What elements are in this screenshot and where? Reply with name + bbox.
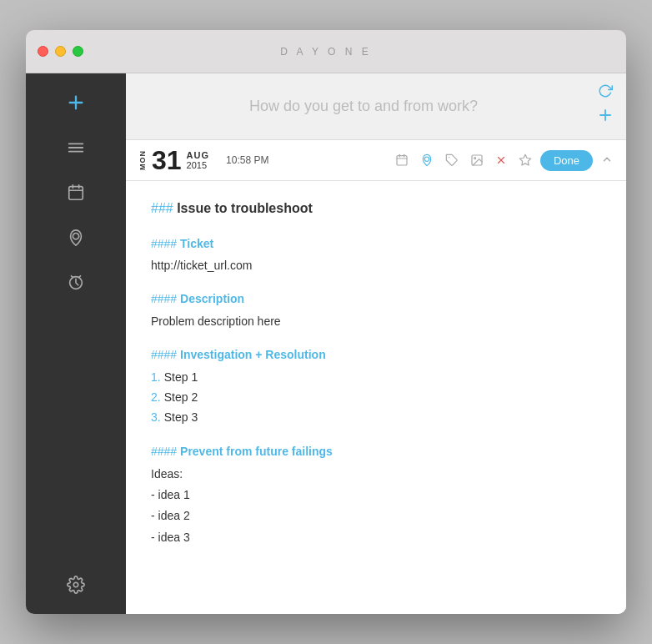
app-window: D A Y O N E xyxy=(26,30,626,614)
year-text: 2015 xyxy=(187,160,209,170)
svg-point-13 xyxy=(73,582,78,587)
description-heading-text: Description xyxy=(180,292,244,305)
main-heading-text: Issue to troubleshoot xyxy=(177,201,313,215)
prompt-actions xyxy=(598,83,613,125)
description-section: #### Description Problem description her… xyxy=(151,289,601,330)
investigation-heading: #### Investigation + Resolution xyxy=(151,345,601,364)
idea-3: - idea 3 xyxy=(151,527,601,548)
ticket-prefix: #### xyxy=(151,237,180,250)
step-3: Step 3 xyxy=(164,410,198,424)
investigation-prefix: #### xyxy=(151,348,180,361)
prevent-prefix: #### xyxy=(151,445,180,458)
investigation-heading-text: Investigation + Resolution xyxy=(180,348,326,361)
content-area: How do you get to and from work? xyxy=(126,73,626,614)
toolbar-delete-icon[interactable] xyxy=(492,153,510,168)
traffic-lights xyxy=(38,46,83,57)
sidebar-nav xyxy=(63,90,88,572)
month-year-block: AUG 2015 xyxy=(187,150,209,170)
prompt-area: How do you get to and from work? xyxy=(126,73,626,140)
prompt-text: How do you get to and from work? xyxy=(249,98,478,115)
entry-toolbar: MON 31 AUG 2015 10:58 PM xyxy=(126,140,626,181)
description-heading: #### Description xyxy=(151,289,601,308)
svg-point-20 xyxy=(424,157,429,161)
month-text: AUG xyxy=(187,150,209,160)
titlebar: D A Y O N E xyxy=(26,30,626,73)
entry-content: ### Issue to troubleshoot #### Ticket ht… xyxy=(126,181,626,614)
ticket-heading: #### Ticket xyxy=(151,234,601,253)
done-button[interactable]: Done xyxy=(540,150,593,171)
step-1: Step 1 xyxy=(164,370,198,384)
list-item: 2.Step 2 xyxy=(151,388,601,406)
close-button[interactable] xyxy=(38,46,48,57)
prevent-heading: #### Prevent from future failings xyxy=(151,442,601,460)
sidebar xyxy=(26,73,126,614)
minimize-button[interactable] xyxy=(55,46,66,57)
location-icon[interactable] xyxy=(63,225,88,250)
refresh-prompt-button[interactable] xyxy=(598,83,613,101)
list-item: 3.Step 3 xyxy=(151,408,601,426)
time-text: 10:58 PM xyxy=(226,154,268,166)
steps-list: 1.Step 1 2.Step 2 3.Step 3 xyxy=(151,368,601,427)
day-number: 31 xyxy=(152,147,182,174)
investigation-section: #### Investigation + Resolution 1.Step 1… xyxy=(151,345,601,427)
calendar-icon[interactable] xyxy=(63,180,88,205)
main-container: How do you get to and from work? xyxy=(26,73,626,614)
app-title: D A Y O N E xyxy=(280,46,372,58)
ideas-intro: Ideas: xyxy=(151,464,601,485)
day-abbr: MON xyxy=(139,150,147,170)
main-heading-block: ### Issue to troubleshoot xyxy=(151,198,601,219)
ticket-heading-text: Ticket xyxy=(180,237,213,250)
maximize-button[interactable] xyxy=(73,46,83,57)
svg-rect-16 xyxy=(397,156,407,165)
sidebar-bottom xyxy=(63,572,88,614)
toolbar-calendar-icon[interactable] xyxy=(392,152,412,169)
svg-line-11 xyxy=(72,276,73,278)
list-item: 1.Step 1 xyxy=(151,368,601,386)
idea-1: - idea 1 xyxy=(151,485,601,506)
toolbar-location-icon[interactable] xyxy=(417,152,437,169)
prevent-section: #### Prevent from future failings Ideas:… xyxy=(151,442,601,548)
svg-line-12 xyxy=(79,276,81,278)
svg-rect-5 xyxy=(69,187,83,200)
svg-point-23 xyxy=(474,158,476,159)
ticket-section: #### Ticket http://ticket_url.com xyxy=(151,234,601,275)
settings-icon[interactable] xyxy=(63,572,88,597)
prevent-heading-text: Prevent from future failings xyxy=(180,445,333,458)
description-prefix: #### xyxy=(151,292,180,305)
svg-point-9 xyxy=(73,234,78,239)
date-block: MON 31 AUG 2015 xyxy=(139,147,209,174)
add-prompt-button[interactable] xyxy=(598,108,613,125)
h3-prefix: ### xyxy=(151,201,177,215)
toolbar-tag-icon[interactable] xyxy=(442,152,462,169)
collapse-button[interactable] xyxy=(601,153,613,168)
reminder-icon[interactable] xyxy=(63,270,88,295)
description-body: Problem description here xyxy=(151,312,601,330)
toolbar-image-icon[interactable] xyxy=(467,152,487,169)
prevent-body: Ideas: - idea 1 - idea 2 - idea 3 xyxy=(151,464,601,548)
step-2: Step 2 xyxy=(164,390,198,404)
main-heading: ### Issue to troubleshoot xyxy=(151,198,601,219)
idea-2: - idea 2 xyxy=(151,506,601,526)
toolbar-star-icon[interactable] xyxy=(515,152,535,169)
ticket-body: http://ticket_url.com xyxy=(151,256,601,274)
add-entry-button[interactable] xyxy=(63,90,88,115)
svg-marker-26 xyxy=(519,154,530,165)
menu-icon[interactable] xyxy=(63,135,88,160)
